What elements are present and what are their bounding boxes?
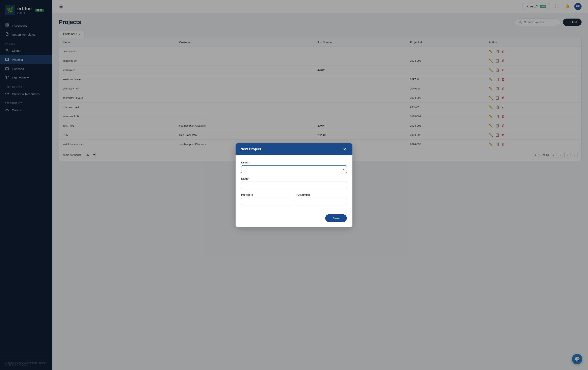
save-button[interactable]: Save [325, 214, 347, 222]
project-id-input[interactable] [241, 198, 292, 205]
name-form-group: Name* [241, 177, 347, 189]
po-number-input[interactable] [296, 198, 347, 205]
name-label: Name* [241, 177, 347, 180]
client-select[interactable] [241, 165, 347, 173]
client-required: * [248, 161, 250, 164]
new-project-modal: New Project ✕ Client* Name* [236, 143, 352, 227]
po-number-form-group: PO Number [296, 193, 347, 205]
modal-title: New Project [240, 147, 261, 151]
modal-close-button[interactable]: ✕ [342, 147, 348, 152]
project-id-form-group: Project Id [241, 193, 292, 205]
modal-header: New Project ✕ [236, 143, 352, 155]
modal-footer: Save [236, 214, 352, 227]
client-form-group: Client* [241, 161, 347, 173]
modal-body: Client* Name* Project Id [236, 155, 352, 214]
name-required: * [248, 177, 249, 180]
project-id-label: Project Id [241, 193, 292, 196]
client-label: Client* [241, 161, 347, 164]
client-select-wrapper [241, 165, 347, 173]
id-po-row: Project Id PO Number [241, 193, 347, 209]
po-number-label: PO Number [296, 193, 347, 196]
modal-overlay: New Project ✕ Client* Name* [0, 0, 588, 370]
name-input[interactable] [241, 181, 347, 189]
